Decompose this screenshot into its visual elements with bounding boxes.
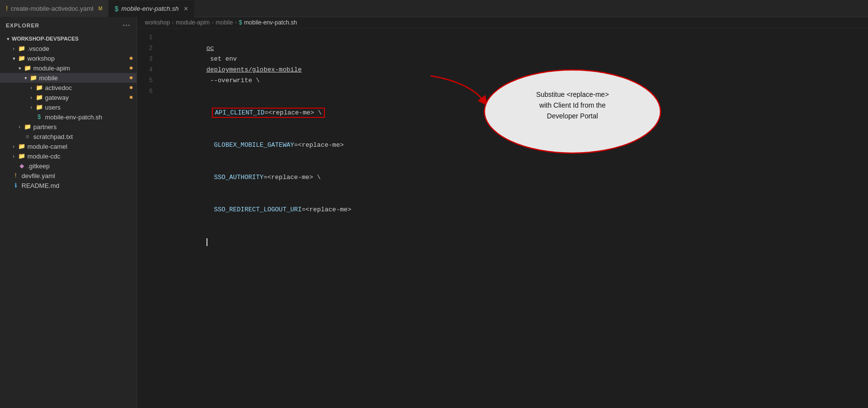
sso-key: SSO_AUTHORITY [206, 174, 264, 181]
activedoc-label: activedoc [45, 84, 130, 91]
code-content: oc set env deployments/globex-mobile --o… [160, 32, 868, 404]
breadcrumb-dollar: $ [239, 19, 242, 26]
sidebar-item-readme[interactable]: ℹ README.md [0, 181, 137, 190]
devfile-excl-icon: ! [12, 172, 20, 180]
breadcrumb-workshop: workshop [145, 19, 170, 26]
mobile-dot [130, 76, 133, 79]
partners-folder-icon: 📁 [23, 123, 31, 131]
sidebar-item-module-cdc[interactable]: 📁 module-cdc [0, 151, 137, 161]
partners-chevron [16, 123, 23, 131]
code-line-2-content: API_CLIENT_ID=<replace-me> \ [206, 109, 323, 116]
line-num-3: 3 [137, 54, 153, 65]
workshop-label: workshop [27, 55, 130, 62]
api-key: API_CLIENT_ID [215, 109, 264, 116]
breadcrumb-module-apim: module-apim [176, 19, 209, 26]
module-apim-chevron [16, 64, 23, 72]
mobile-label: mobile [39, 74, 130, 82]
tab-yaml[interactable]: ! create-mobile-activedoc.yaml M [0, 0, 109, 17]
sidebar-item-devfile[interactable]: ! devfile.yaml [0, 171, 137, 181]
workshop-chevron [10, 54, 18, 62]
code-line-5: SSO_REDIRECT_LOGOUT_URI=<replace-me> [160, 194, 858, 226]
sidebar-header: Explorer ··· [0, 17, 137, 34]
editor-area: workshop › module-apim › mobile › $ mobi… [137, 17, 868, 408]
activedoc-chevron [27, 84, 35, 91]
readme-label: README.md [22, 182, 137, 189]
code-line-4: SSO_AUTHORITY=<replace-me> \ [160, 161, 858, 194]
sidebar-item-mobile[interactable]: 📁 mobile [0, 73, 137, 83]
module-apim-dot [130, 67, 133, 69]
breadcrumb-sep2: › [212, 19, 214, 26]
module-apim-folder-icon: 📁 [23, 64, 31, 72]
users-label: users [45, 104, 137, 111]
code-token-overwrite: --overwrite \ [206, 77, 260, 84]
sidebar-item-gateway[interactable]: 📁 gateway [0, 92, 137, 102]
root-label: WORKSHOP-DEVSPACES [12, 36, 79, 42]
line-numbers: 1 2 3 4 5 6 [137, 32, 160, 404]
code-token-oc: oc [206, 45, 214, 52]
sidebar-root[interactable]: WORKSHOP-DEVSPACES [0, 34, 137, 44]
sidebar-item-module-apim[interactable]: 📁 module-apim [0, 63, 137, 73]
gitkeep-label: .gitkeep [27, 162, 137, 170]
gateway-key: GLOBEX_MOBILE_GATEWAY [206, 141, 294, 149]
module-camel-folder-icon: 📁 [18, 142, 25, 150]
line-num-4: 4 [137, 65, 153, 75]
module-cdc-label: module-cdc [27, 153, 137, 160]
module-apim-label: module-apim [33, 65, 130, 72]
mobile-chevron [22, 74, 29, 82]
module-camel-chevron [10, 142, 18, 150]
gateway-label: gateway [45, 94, 130, 101]
module-camel-label: module-camel [27, 143, 137, 150]
info-icon: ℹ [12, 181, 20, 189]
sidebar-item-gitkeep[interactable]: ◆ .gitkeep [0, 161, 137, 171]
folder-icon: 📁 [18, 45, 25, 52]
module-cdc-chevron [10, 152, 18, 160]
sidebar-item-users[interactable]: 📁 users [0, 102, 137, 112]
mobile-folder-icon: 📁 [29, 74, 37, 82]
users-chevron [27, 103, 35, 111]
line-num-6: 6 [137, 86, 153, 97]
line-num-1: 1 [137, 32, 153, 43]
breadcrumb-sep3: › [235, 19, 237, 26]
sidebar-more-button[interactable]: ··· [123, 21, 131, 30]
shell-icon: $ [35, 113, 43, 121]
code-line-6 [160, 226, 858, 258]
code-line-1: oc set env deployments/globex-mobile --o… [160, 32, 858, 97]
gateway-chevron [27, 93, 35, 101]
vscode-label: .vscode [27, 45, 137, 52]
excl-icon: ! [6, 4, 8, 12]
tab-close-button[interactable]: ✕ [183, 5, 188, 12]
sidebar: Explorer ··· WORKSHOP-DEVSPACES 📁 .vscod… [0, 17, 137, 408]
line-num-2: 2 [137, 43, 153, 54]
tab-yaml-modified: M [98, 6, 102, 11]
code-token-deploy: deployments/globex-mobile [206, 66, 302, 73]
gateway-dot [130, 96, 133, 99]
partners-label: partners [33, 123, 137, 131]
boxed-content: API_CLIENT_ID=<replace-me> \ [212, 108, 324, 118]
workshop-folder-icon: 📁 [18, 54, 25, 62]
breadcrumb: workshop › module-apim › mobile › $ mobi… [137, 17, 868, 28]
tab-yaml-label: create-mobile-activedoc.yaml [11, 5, 93, 12]
tab-shell[interactable]: $ mobile-env-patch.sh ✕ [109, 0, 195, 17]
workshop-dot [130, 57, 133, 60]
code-editor[interactable]: 1 2 3 4 5 6 oc set env deployments/globe… [137, 28, 868, 408]
sidebar-item-partners[interactable]: 📁 partners [0, 122, 137, 132]
main-layout: Explorer ··· WORKSHOP-DEVSPACES 📁 .vscod… [0, 17, 868, 408]
sidebar-item-scratchpad[interactable]: ≡ scratchpad.txt [0, 132, 137, 141]
tab-shell-label: mobile-env-patch.sh [121, 5, 179, 12]
sidebar-item-vscode[interactable]: 📁 .vscode [0, 44, 137, 53]
module-cdc-folder-icon: 📁 [18, 152, 25, 160]
vscode-chevron [10, 45, 18, 52]
sidebar-item-mobile-env-patch[interactable]: $ mobile-env-patch.sh [0, 112, 137, 122]
sidebar-item-workshop[interactable]: 📁 workshop [0, 53, 137, 63]
devfile-label: devfile.yaml [22, 172, 137, 180]
activedoc-folder-icon: 📁 [35, 84, 43, 91]
breadcrumb-mobile: mobile [216, 19, 233, 26]
explorer-title: Explorer [6, 23, 40, 28]
gateway-folder-icon: 📁 [35, 93, 43, 101]
sidebar-item-activedoc[interactable]: 📁 activedoc [0, 83, 137, 92]
breadcrumb-filename: mobile-env-patch.sh [244, 19, 297, 26]
editor-content: 1 2 3 4 5 6 oc set env deployments/globe… [137, 28, 868, 408]
sso-redirect-key: SSO_REDIRECT_LOGOUT_URI [206, 206, 302, 213]
line-num-5: 5 [137, 75, 153, 86]
sidebar-item-module-camel[interactable]: 📁 module-camel [0, 141, 137, 151]
